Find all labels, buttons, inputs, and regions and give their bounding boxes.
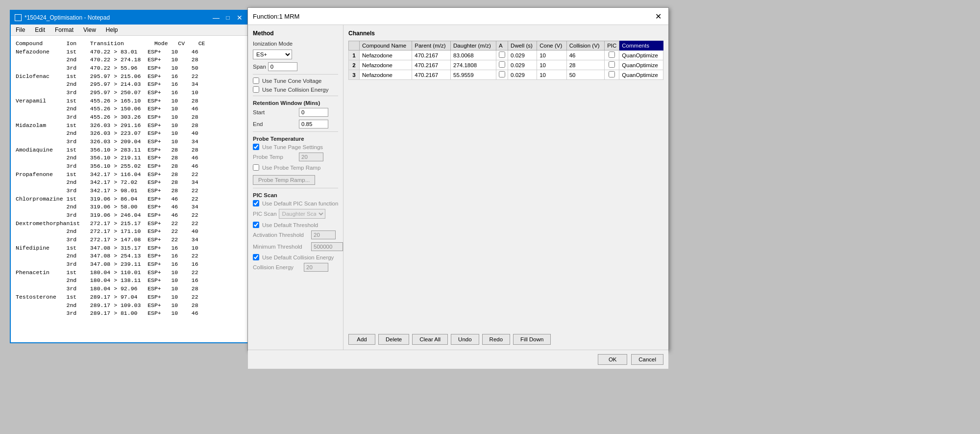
- table-row: 1 Nefazodone 470.2167 83.0068 0.029 10 4…: [349, 51, 663, 60]
- start-input[interactable]: [299, 108, 328, 117]
- end-input[interactable]: [299, 120, 328, 128]
- use-default-collision-checkbox[interactable]: [253, 254, 259, 260]
- row-num: 1: [349, 51, 360, 60]
- maximize-button[interactable]: □: [222, 13, 233, 23]
- use-default-collision-label: Use Default Collision Energy: [262, 255, 334, 260]
- activation-threshold-row: Activation Threshold: [253, 230, 338, 239]
- cell-collision: 50: [566, 70, 604, 80]
- use-default-threshold-label: Use Default Threshold: [262, 222, 318, 228]
- cell-a[interactable]: [496, 70, 508, 80]
- probe-temp-ramp-button[interactable]: Probe Temp Ramp...: [253, 175, 315, 185]
- table-row: 3 Nefazodone 470.2167 55.9559 0.029 10 5…: [349, 70, 663, 80]
- use-tune-page-checkbox[interactable]: [253, 144, 259, 150]
- ionization-label: Ionization Mode: [253, 41, 293, 47]
- activation-threshold-label: Activation Threshold: [253, 232, 309, 238]
- cell-pic[interactable]: [605, 60, 619, 70]
- span-input[interactable]: [268, 62, 297, 71]
- method-section-title: Method: [253, 30, 338, 37]
- notepad-menubar: File Edit Format View Help: [11, 25, 249, 36]
- a-checkbox[interactable]: [499, 71, 505, 77]
- close-button[interactable]: ✕: [234, 13, 245, 23]
- cell-compound: Nefazodone: [360, 51, 412, 60]
- use-default-pic-row: Use Default PIC Scan function: [253, 200, 338, 206]
- pic-scan-title: PIC Scan: [253, 192, 338, 198]
- menu-view[interactable]: View: [81, 26, 98, 34]
- use-default-collision-row: Use Default Collision Energy: [253, 254, 338, 260]
- cell-comments: QuanOptimize: [619, 70, 663, 80]
- channels-table-wrapper: Compound Name Parent (m/z) Daughter (m/z…: [348, 41, 663, 329]
- undo-button[interactable]: Undo: [451, 334, 479, 345]
- collision-energy-input[interactable]: [304, 263, 328, 272]
- menu-format[interactable]: Format: [53, 26, 75, 34]
- use-tune-cone-checkbox[interactable]: [253, 77, 259, 84]
- cell-pic[interactable]: [605, 51, 619, 60]
- use-tune-page-label: Use Tune Page Settings: [262, 144, 323, 150]
- cell-collision: 28: [566, 60, 604, 70]
- pic-checkbox[interactable]: [609, 51, 615, 58]
- use-tune-collision-checkbox[interactable]: [253, 86, 259, 93]
- cell-cone: 10: [537, 60, 567, 70]
- notepad-title: *150424_Optimisation - Notepad: [24, 14, 110, 21]
- clear-all-button[interactable]: Clear All: [412, 334, 448, 345]
- dialog-body: Method Ionization Mode ES+ Span Use Tune…: [248, 25, 668, 350]
- ok-button[interactable]: OK: [598, 354, 627, 365]
- table-header-row: Compound Name Parent (m/z) Daughter (m/z…: [349, 41, 663, 51]
- col-pic: PIC: [605, 41, 619, 51]
- use-tune-cone-label: Use Tune Cone Voltage: [262, 78, 321, 84]
- pic-scan-select[interactable]: Daughter Scan: [279, 209, 325, 219]
- a-checkbox[interactable]: [499, 61, 505, 68]
- menu-help[interactable]: Help: [104, 26, 120, 34]
- dialog-titlebar: Function:1 MRM ✕: [248, 8, 668, 25]
- col-dwell: Dwell (s): [508, 41, 537, 51]
- cell-compound: Nefazodone: [360, 70, 412, 80]
- dialog-window: Function:1 MRM ✕ Method Ionization Mode …: [247, 7, 669, 351]
- cell-dwell: 0.029: [508, 60, 537, 70]
- dialog-close-button[interactable]: ✕: [653, 11, 663, 22]
- fill-down-button[interactable]: Fill Down: [513, 334, 551, 345]
- minimum-threshold-row: Minimum Threshold: [253, 242, 338, 251]
- method-panel: Method Ionization Mode ES+ Span Use Tune…: [248, 25, 343, 350]
- col-comments: Comments: [619, 41, 663, 51]
- cell-a[interactable]: [496, 51, 508, 60]
- use-probe-ramp-checkbox[interactable]: [253, 164, 259, 171]
- use-default-pic-checkbox[interactable]: [253, 200, 259, 206]
- notepad-icon: [15, 14, 22, 21]
- redo-button[interactable]: Redo: [482, 334, 511, 345]
- cell-dwell: 0.029: [508, 51, 537, 60]
- use-tune-cone-row: Use Tune Cone Voltage: [253, 77, 338, 84]
- a-checkbox[interactable]: [499, 51, 505, 58]
- end-row: End: [253, 120, 338, 128]
- minimize-button[interactable]: —: [211, 13, 221, 23]
- col-a: A: [496, 41, 508, 51]
- use-default-threshold-checkbox[interactable]: [253, 222, 259, 228]
- notepad-content[interactable]: Compound Ion Transition Mode CV CE Nefaz…: [11, 36, 249, 341]
- cell-dwell: 0.029: [508, 70, 537, 80]
- row-num: 2: [349, 60, 360, 70]
- ionization-row: Ionization Mode: [253, 41, 338, 47]
- cell-parent: 470.2167: [412, 70, 451, 80]
- use-default-threshold-row: Use Default Threshold: [253, 222, 338, 228]
- minimum-threshold-input[interactable]: [311, 242, 343, 251]
- use-default-pic-label: Use Default PIC Scan function: [262, 201, 338, 206]
- cell-daughter: 83.0068: [451, 51, 496, 60]
- use-tune-collision-row: Use Tune Collision Energy: [253, 86, 338, 93]
- ionization-select-row: ES+: [253, 50, 338, 59]
- pic-scan-row: PIC Scan Daughter Scan: [253, 209, 338, 219]
- cell-pic[interactable]: [605, 70, 619, 80]
- cell-a[interactable]: [496, 60, 508, 70]
- col-num: [349, 41, 360, 51]
- pic-checkbox[interactable]: [609, 71, 615, 77]
- use-tune-collision-label: Use Tune Collision Energy: [262, 87, 329, 93]
- menu-edit[interactable]: Edit: [33, 26, 47, 34]
- add-button[interactable]: Add: [348, 334, 375, 345]
- pic-checkbox[interactable]: [609, 61, 615, 68]
- notepad-window: *150424_Optimisation - Notepad — □ ✕ Fil…: [10, 10, 250, 343]
- cancel-button[interactable]: Cancel: [631, 354, 663, 365]
- cell-daughter: 274.1808: [451, 60, 496, 70]
- delete-button[interactable]: Delete: [378, 334, 409, 345]
- ionization-select[interactable]: ES+: [253, 50, 292, 59]
- probe-temp-input[interactable]: [299, 153, 323, 161]
- activation-threshold-input[interactable]: [311, 230, 336, 239]
- end-label: End: [253, 121, 297, 127]
- menu-file[interactable]: File: [14, 26, 27, 34]
